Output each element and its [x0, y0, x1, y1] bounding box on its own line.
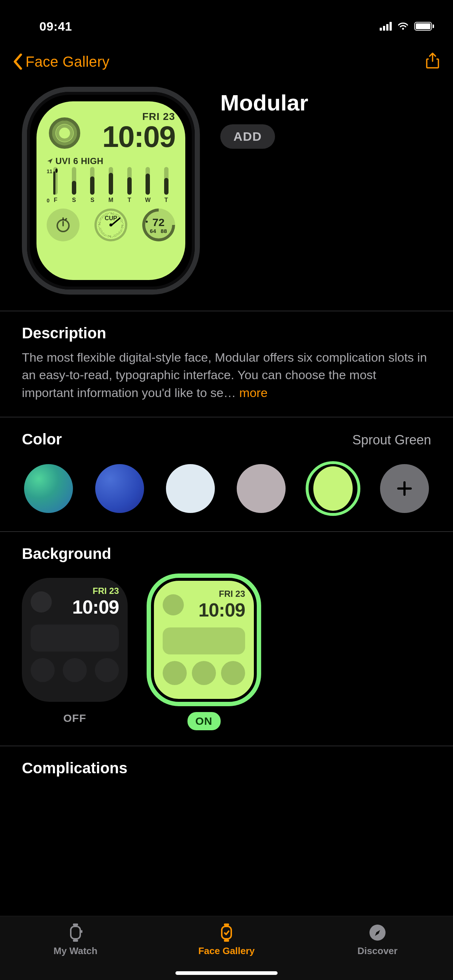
status-icons	[380, 22, 435, 31]
selected-color-name: Sprout Green	[353, 433, 431, 448]
complications-section: Complications	[22, 746, 431, 788]
color-swatches	[22, 448, 431, 516]
compass-icon	[368, 923, 388, 942]
svg-rect-4	[81, 930, 83, 933]
axis-high: 11	[47, 169, 53, 174]
watch-icon	[65, 923, 85, 942]
bg-on-label: ON	[187, 712, 221, 730]
plus-icon	[395, 479, 414, 498]
svg-rect-6	[224, 923, 229, 926]
color-heading: Color	[22, 431, 62, 448]
complications-heading: Complications	[22, 759, 431, 777]
description-heading: Description	[22, 325, 431, 342]
uv-day-column: T	[159, 167, 174, 204]
uv-day-column: S	[85, 167, 100, 204]
bg-off-time: 10:09	[72, 596, 119, 618]
bg-off-label: OFF	[22, 712, 128, 724]
tab-my-watch[interactable]: My Watch	[0, 916, 151, 980]
svg-rect-3	[73, 940, 78, 942]
weather-complication: 72 64 88	[135, 202, 182, 248]
tab-discover[interactable]: Discover	[302, 916, 453, 980]
share-button[interactable]	[425, 52, 440, 71]
face-title: Modular	[220, 90, 308, 116]
uv-day-column: S	[67, 167, 82, 204]
svg-rect-5	[222, 926, 231, 939]
svg-rect-7	[224, 940, 229, 942]
description-section: Description The most flexible digital-st…	[22, 311, 431, 417]
uv-day-label: T	[128, 197, 131, 204]
back-label: Face Gallery	[26, 54, 109, 70]
cup-label: CUP	[97, 215, 125, 222]
add-color-button[interactable]	[378, 461, 431, 516]
temp-low: 64	[150, 228, 156, 234]
battery-icon	[414, 22, 434, 30]
color-swatch-glacier[interactable]	[164, 461, 217, 516]
uv-day-label: W	[145, 197, 151, 204]
description-body: The most flexible digital-style face, Mo…	[22, 350, 427, 399]
bg-off-date: FRI 23	[72, 586, 119, 596]
tab-label: Face Gallery	[198, 945, 255, 957]
background-heading: Background	[22, 545, 431, 563]
color-swatch-royal-blue[interactable]	[93, 461, 146, 516]
tab-face-gallery[interactable]: Face Gallery	[151, 916, 302, 980]
uv-day-label: S	[91, 197, 94, 204]
uv-index-complication: UVI 6 HIGH 11 0 FSSMTWT	[47, 156, 175, 204]
temp-value: 72	[150, 216, 167, 228]
location-icon	[47, 158, 53, 164]
wifi-icon	[397, 22, 409, 31]
status-time: 09:41	[18, 19, 72, 33]
tab-label: Discover	[357, 945, 397, 957]
back-button[interactable]: Face Gallery	[13, 54, 109, 70]
tab-bar: My Watch Face Gallery Discover	[0, 916, 453, 980]
axis-low: 0	[47, 197, 53, 204]
add-button[interactable]: ADD	[220, 124, 275, 149]
temp-high: 88	[161, 228, 167, 234]
activity-rings-complication	[47, 115, 83, 151]
color-swatch-warm-gray[interactable]	[234, 461, 288, 516]
status-bar: 09:41	[0, 0, 453, 44]
description-text: The most flexible digital-style face, Mo…	[22, 348, 431, 401]
uv-day-column: T	[122, 167, 137, 204]
uv-day-label: S	[72, 197, 76, 204]
watch-face-preview[interactable]: FRI 23 10:09 UVI 6 HIGH 11 0 FSSMTWT	[22, 87, 200, 294]
color-swatch-sprout-green[interactable]	[306, 461, 360, 516]
tab-label: My Watch	[54, 945, 97, 957]
svg-rect-2	[73, 923, 78, 926]
uvi-label: UVI 6 HIGH	[56, 156, 104, 166]
bg-on-time: 10:09	[198, 599, 245, 621]
hero: FRI 23 10:09 UVI 6 HIGH 11 0 FSSMTWT	[22, 84, 431, 310]
uv-day-label: F	[54, 197, 57, 204]
home-indicator	[175, 971, 278, 975]
cellular-icon	[380, 22, 392, 30]
svg-rect-1	[71, 926, 80, 939]
stopwatch-complication: CUP	[94, 208, 127, 241]
background-option-on[interactable]: FRI 23 10:09 ON	[151, 578, 257, 730]
bg-on-date: FRI 23	[198, 589, 245, 599]
uv-day-label: T	[164, 197, 168, 204]
uv-day-column: M	[104, 167, 118, 204]
description-more-button[interactable]: more	[239, 386, 267, 399]
timer-complication	[47, 208, 80, 241]
uv-day-column: W	[140, 167, 155, 204]
main-content: FRI 23 10:09 UVI 6 HIGH 11 0 FSSMTWT	[0, 84, 453, 861]
color-section: Color Sprout Green	[22, 417, 431, 531]
preview-time: 10:09	[87, 123, 175, 151]
background-section: Background FRI 23 10:09 OFF	[22, 532, 431, 746]
background-option-off[interactable]: FRI 23 10:09 OFF	[22, 578, 128, 730]
nav-bar: Face Gallery	[0, 44, 453, 84]
uv-day-label: M	[108, 197, 113, 204]
watch-face-icon	[217, 923, 236, 942]
color-swatch-teal-gradient[interactable]	[22, 461, 75, 516]
